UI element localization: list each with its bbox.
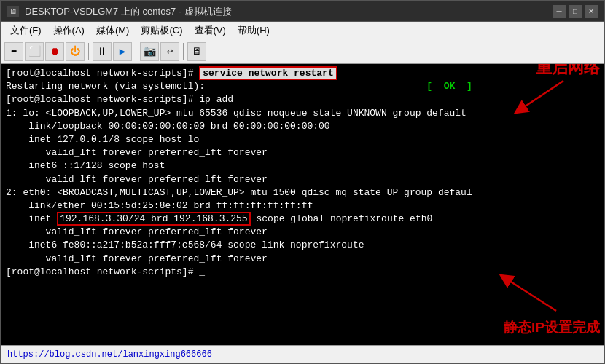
restart-arrow-icon bbox=[512, 77, 571, 114]
minimize-button[interactable]: ─ bbox=[553, 5, 566, 18]
connect-icon[interactable]: 🖥 bbox=[187, 42, 206, 61]
toolbar-separator-2 bbox=[136, 43, 136, 60]
ip-arrow-icon bbox=[498, 274, 563, 314]
terminal-line-15: valid_lft forever preferred_lft forever bbox=[6, 253, 599, 266]
status-bar: https://blog.csdn.net/lanxingxing666666 bbox=[1, 345, 604, 363]
terminal[interactable]: [root@localhost network-scripts]# servic… bbox=[1, 64, 604, 345]
vm-window: 🖥 DESKTOP-VSDLGM7 上的 centos7 - 虚拟机连接 ─ □… bbox=[0, 0, 605, 364]
revert-icon[interactable]: ↩ bbox=[160, 42, 179, 61]
menu-media[interactable]: 媒体(M) bbox=[90, 23, 136, 39]
close-button[interactable]: ✕ bbox=[585, 5, 598, 18]
status-url: https://blog.csdn.net/lanxingxing666666 bbox=[7, 349, 212, 360]
svg-line-0 bbox=[520, 81, 563, 110]
terminal-line-14: inet6 fe80::a217:b52a:fff7:c568/64 scope… bbox=[6, 239, 599, 252]
power-icon[interactable]: ⏻ bbox=[66, 42, 85, 61]
window-icon: 🖥 bbox=[7, 6, 19, 17]
terminal-line-6: inet 127.0.0.1/8 scope host lo bbox=[6, 133, 599, 146]
window-title: DESKTOP-VSDLGM7 上的 centos7 - 虚拟机连接 bbox=[25, 5, 553, 18]
restart-label: 重启网络 bbox=[536, 64, 600, 76]
terminal-line-1: [root@localhost network-scripts]# servic… bbox=[6, 67, 599, 80]
snapshot-icon[interactable]: 📷 bbox=[140, 42, 159, 61]
title-bar: 🖥 DESKTOP-VSDLGM7 上的 centos7 - 虚拟机连接 ─ □… bbox=[1, 1, 604, 22]
terminal-line-7: valid_lft forever preferred_lft forever bbox=[6, 146, 599, 159]
toolbar-separator-3 bbox=[183, 43, 184, 60]
menu-action[interactable]: 操作(A) bbox=[47, 23, 90, 39]
terminal-line-2: Restarting network (via systemctl): [ OK… bbox=[6, 80, 599, 93]
terminal-line-10: 2: eth0: <BROADCAST,MULTICAST,UP,LOWER_U… bbox=[6, 186, 599, 199]
ip-annotation-container: 静态IP设置完成 bbox=[504, 318, 600, 338]
terminal-line-8: inet6 ::1/128 scope host bbox=[6, 159, 599, 173]
terminal-line-5: link/loopback 00:00:00:00:00:00 brd 00:0… bbox=[6, 120, 599, 133]
back-icon[interactable]: ⬅ bbox=[4, 42, 23, 61]
record-icon[interactable]: ⏺ bbox=[45, 42, 64, 61]
terminal-line-11: link/ether 00:15:5d:25:8e:02 brd ff:ff:f… bbox=[6, 199, 599, 213]
menu-view[interactable]: 查看(V) bbox=[189, 23, 232, 39]
terminal-line-4: 1: lo: <LOOPBACK,UP,LOWER_UP> mtu 65536 … bbox=[6, 107, 599, 120]
terminal-line-13: valid_lft forever preferred_lft forever bbox=[6, 226, 599, 239]
maximize-button[interactable]: □ bbox=[569, 5, 582, 18]
menu-clipboard[interactable]: 剪贴板(C) bbox=[135, 23, 188, 39]
window-controls[interactable]: ─ □ ✕ bbox=[553, 5, 598, 18]
restart-annotation-container: 重启网络 bbox=[536, 64, 600, 79]
ip-label: 静态IP设置完成 bbox=[504, 318, 600, 338]
toolbar: ⬅ ⬜ ⏺ ⏻ ⏸ ▶ 📷 ↩ 🖥 bbox=[1, 39, 604, 64]
menu-file[interactable]: 文件(F) bbox=[4, 23, 47, 39]
svg-line-1 bbox=[505, 278, 556, 311]
terminal-line-9: valid_lft forever preferred_lft forever bbox=[6, 173, 599, 186]
terminal-line-12: inet 192.168.3.30/24 brd 192.168.3.255 s… bbox=[6, 213, 599, 226]
toolbar-separator bbox=[88, 43, 89, 60]
menu-bar: 文件(F) 操作(A) 媒体(M) 剪贴板(C) 查看(V) 帮助(H) bbox=[1, 22, 604, 39]
pause-icon[interactable]: ⏸ bbox=[93, 42, 112, 61]
play-icon[interactable]: ▶ bbox=[113, 42, 132, 61]
menu-help[interactable]: 帮助(H) bbox=[232, 23, 276, 39]
stop-icon[interactable]: ⬜ bbox=[25, 42, 44, 61]
terminal-line-3: [root@localhost network-scripts]# ip add bbox=[6, 93, 599, 106]
